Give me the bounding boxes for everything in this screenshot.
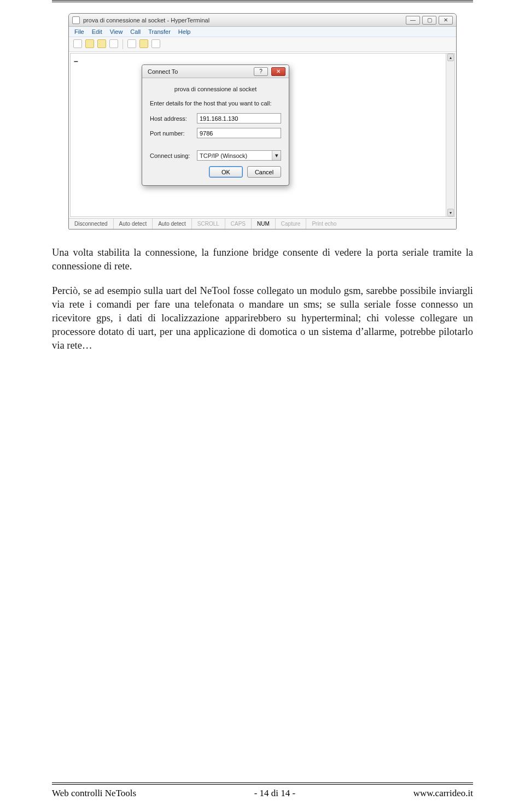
host-input[interactable] <box>197 113 281 123</box>
window-title: prova di connessione al socket - HyperTe… <box>83 17 209 23</box>
top-double-rule <box>52 0 473 2</box>
toolbar <box>69 37 456 52</box>
page-footer: Web controlli NeTools - 14 di 14 - www.c… <box>52 782 473 799</box>
status-num: NUM <box>252 219 276 229</box>
tool-save-icon[interactable] <box>97 39 106 48</box>
tool-new-icon[interactable] <box>73 39 82 48</box>
minimize-button[interactable]: — <box>406 16 420 25</box>
footer-right: www.carrideo.it <box>413 788 473 799</box>
status-capture: Capture <box>276 219 307 229</box>
tool-properties-icon[interactable] <box>151 39 160 48</box>
window-titlebar: prova di connessione al socket - HyperTe… <box>69 14 456 27</box>
menu-edit[interactable]: Edit <box>92 28 102 35</box>
port-label: Port number: <box>150 130 192 137</box>
dialog-title: Connect To <box>148 68 250 75</box>
body-paragraph-2: Perciò, se ad esempio sulla uart del NeT… <box>52 284 473 352</box>
hyperterminal-window: prova di connessione al socket - HyperTe… <box>68 13 457 230</box>
dialog-titlebar: Connect To ? ✕ <box>142 65 289 78</box>
tool-disconnect-icon[interactable] <box>127 39 136 48</box>
footer-left: Web controlli NeTools <box>52 788 136 799</box>
status-autodetect-1: Auto detect <box>114 219 153 229</box>
menu-transfer[interactable]: Transfer <box>148 28 171 35</box>
footer-center: - 14 di 14 - <box>254 788 296 799</box>
connect-using-select[interactable]: TCP/IP (Winsock) ▾ <box>197 150 281 161</box>
status-caps: CAPS <box>225 219 252 229</box>
scroll-up-arrow-icon[interactable]: ▴ <box>447 54 454 61</box>
dialog-help-button[interactable]: ? <box>254 67 268 76</box>
tool-open-icon[interactable] <box>85 39 94 48</box>
status-autodetect-2: Auto detect <box>153 219 192 229</box>
status-connection: Disconnected <box>69 219 114 229</box>
menu-call[interactable]: Call <box>130 28 141 35</box>
close-button[interactable]: ✕ <box>439 16 453 25</box>
menu-view[interactable]: View <box>110 28 123 35</box>
scroll-down-arrow-icon[interactable]: ▾ <box>447 209 454 216</box>
dialog-close-button[interactable]: ✕ <box>271 67 285 76</box>
tool-call-icon[interactable] <box>109 39 118 48</box>
port-input[interactable] <box>197 128 281 138</box>
terminal-area[interactable]: – Connect To ? ✕ prova di connessione al… <box>70 53 455 217</box>
connect-using-value: TCP/IP (Winsock) <box>200 152 247 159</box>
screenshot-figure: prova di connessione al socket - HyperTe… <box>68 13 457 230</box>
maximize-button[interactable]: ▢ <box>422 16 436 25</box>
menubar: File Edit View Call Transfer Help <box>69 27 456 37</box>
vertical-scrollbar[interactable]: ▴ ▾ <box>446 54 454 216</box>
chevron-down-icon: ▾ <box>272 151 281 160</box>
app-icon <box>72 16 80 24</box>
menu-file[interactable]: File <box>74 28 84 35</box>
terminal-content: – <box>74 57 78 66</box>
dialog-prompt: Enter details for the host that you want… <box>150 100 281 107</box>
menu-help[interactable]: Help <box>178 28 191 35</box>
status-scroll: SCROLL <box>192 219 225 229</box>
dialog-device-name: prova di connessione al socket <box>150 86 281 92</box>
status-echo: Print echo <box>306 219 342 229</box>
statusbar: Disconnected Auto detect Auto detect SCR… <box>69 218 456 229</box>
ok-button[interactable]: OK <box>209 166 243 178</box>
host-label: Host address: <box>150 115 192 122</box>
toolbar-separator <box>122 39 123 49</box>
connect-using-label: Connect using: <box>150 152 192 159</box>
tool-send-icon[interactable] <box>139 39 148 48</box>
body-paragraph-1: Una volta stabilita la connessione, la f… <box>52 246 473 273</box>
footer-double-rule <box>52 782 473 785</box>
connect-to-dialog: Connect To ? ✕ prova di connessione al s… <box>142 64 289 186</box>
cancel-button[interactable]: Cancel <box>247 166 281 178</box>
